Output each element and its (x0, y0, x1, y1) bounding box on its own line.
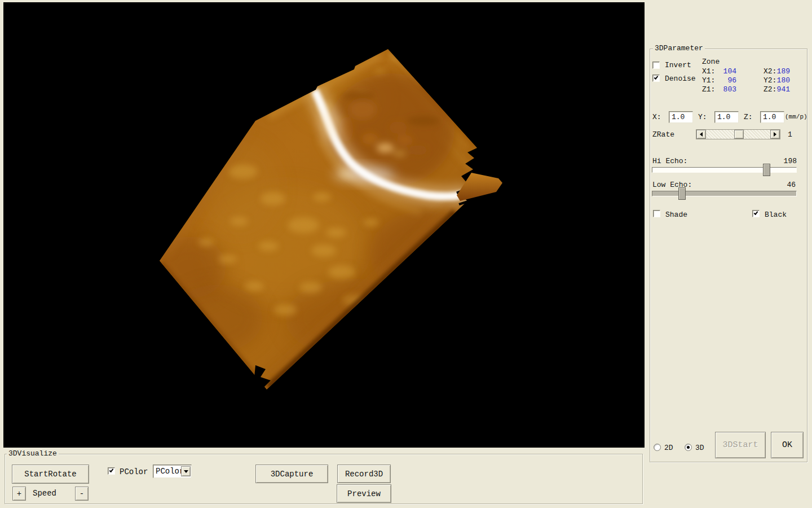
shade-checkbox[interactable] (653, 210, 660, 217)
speed-label: Speed (33, 489, 56, 497)
low-echo-label: Low Echo: (652, 181, 692, 189)
speed-plus-button[interactable]: + (12, 487, 26, 501)
zone-x2-value: 189 (767, 68, 790, 76)
render-viewport[interactable] (3, 2, 645, 448)
parameter-panel: 3DParameter Invert Denoise Zone X1: 104 … (645, 0, 812, 508)
left-arrow-icon (698, 132, 703, 137)
record-3d-button[interactable]: Record3D (337, 465, 391, 483)
zrate-left-arrow-button[interactable] (696, 130, 706, 139)
denoise-checkbox[interactable] (652, 75, 660, 82)
pcolor-dropdown[interactable]: PColor (153, 465, 192, 478)
hi-echo-slider-track[interactable] (652, 167, 797, 173)
denoise-label: Denoise (665, 75, 696, 83)
black-checkbox[interactable] (752, 210, 760, 217)
low-echo-slider-thumb[interactable] (678, 187, 686, 200)
zone-z2-value: 941 (767, 86, 790, 94)
zrate-right-arrow-button[interactable] (770, 130, 780, 139)
chevron-down-icon (184, 470, 188, 475)
mode-3d-label: 3D (695, 444, 704, 452)
voxel-x-input[interactable] (669, 111, 693, 123)
zone-z1-value: 803 (714, 86, 736, 94)
zrate-thumb[interactable] (734, 130, 744, 139)
black-label: Black (765, 211, 787, 219)
pcolor-checkmark (109, 468, 114, 472)
volume-slab (153, 49, 502, 389)
zone-y2-value: 180 (767, 77, 790, 85)
mode-3d-radio-dot (687, 446, 690, 449)
zone-x1-label: X1: (702, 68, 715, 76)
visualize-groupbox: 3DVisualize StartRotate PColor PColor 3D… (5, 454, 643, 504)
parameter-group-title: 3DParameter (653, 45, 705, 52)
start-3d-button[interactable]: 3DStart (715, 432, 766, 458)
hi-echo-value: 198 (774, 157, 797, 165)
low-echo-value: 46 (773, 181, 796, 189)
zone-y1-value: 96 (714, 77, 736, 85)
ok-button[interactable]: OK (771, 432, 804, 458)
low-echo-slider-track[interactable] (652, 191, 797, 196)
zone-title: Zone (702, 58, 720, 66)
invert-label: Invert (665, 62, 691, 69)
start-rotate-button[interactable]: StartRotate (12, 465, 89, 484)
ultrasound-render (3, 2, 645, 448)
voxel-y-label: Y: (698, 113, 707, 121)
visualize-group-title: 3DVisualize (7, 450, 59, 458)
hi-echo-slider-thumb[interactable] (763, 164, 770, 176)
zrate-value: 1 (788, 131, 792, 139)
mode-3d-radio[interactable] (685, 444, 692, 451)
zone-z1-label: Z1: (702, 86, 715, 94)
mode-2d-label: 2D (664, 444, 673, 452)
shade-label: Shade (665, 211, 687, 219)
right-arrow-icon (774, 132, 779, 137)
capture-3d-button[interactable]: 3DCapture (255, 465, 328, 483)
voxel-x-label: X: (652, 113, 661, 121)
pcolor-checkbox[interactable] (108, 467, 115, 475)
pcolor-dropdown-button[interactable] (181, 466, 191, 476)
speed-minus-button[interactable]: - (75, 487, 89, 501)
voxel-z-input[interactable] (760, 111, 784, 123)
zone-y1-label: Y1: (702, 77, 715, 85)
parameter-groupbox: 3DParameter Invert Denoise Zone X1: 104 … (650, 49, 807, 462)
pcolor-label: PColor (120, 468, 148, 476)
zone-x1-value: 104 (714, 68, 736, 76)
voxel-z-label: Z: (744, 113, 753, 121)
zrate-label: ZRate (652, 131, 674, 139)
hi-echo-label: Hi Echo: (652, 157, 687, 165)
pcolor-dropdown-value: PColor (153, 467, 181, 476)
visualize-panel: 3DVisualize StartRotate PColor PColor 3D… (0, 448, 645, 508)
denoise-checkmark (654, 75, 659, 80)
voxel-unit-label: (mm/p) (785, 113, 807, 121)
mode-2d-radio[interactable] (654, 444, 661, 451)
black-checkmark (754, 211, 758, 215)
preview-button[interactable]: Preview (337, 484, 391, 503)
zrate-scrollbar[interactable] (696, 129, 780, 139)
voxel-y-input[interactable] (714, 111, 739, 123)
invert-checkbox[interactable] (652, 62, 660, 69)
